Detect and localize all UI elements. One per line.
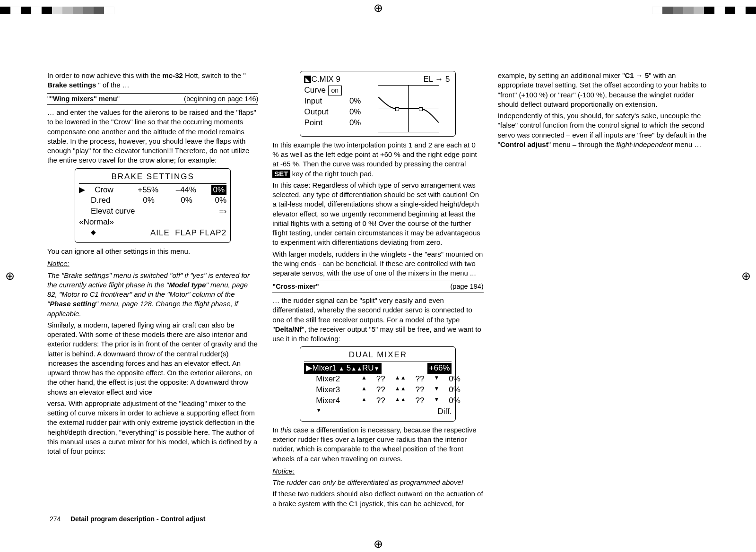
val: 0% (349, 107, 361, 118)
mc32-label: mc-32 (162, 71, 182, 79)
lcd-row-mixer3: Mixer3 ▲??▲▲??▼0% (304, 385, 452, 396)
text: In this example the two interpolation po… (272, 141, 477, 168)
curve-point-marker (419, 107, 423, 111)
set-key-label: SET (272, 170, 290, 178)
text: ", the receiver output "5" may still be … (272, 325, 481, 343)
lcd-curve-row: Curve on (304, 85, 378, 96)
text: Hott, switch to the " (185, 71, 246, 79)
val: 0% (126, 195, 155, 206)
from: ?? (376, 374, 385, 385)
lcd-row-mixer1: ▶Mixer1 ▲ 5▲▲RU▼+66% (304, 363, 452, 374)
footer-title: Detail program description - Control adj… (70, 515, 205, 523)
curve-toggle: on (328, 86, 342, 95)
page-number: 274 (50, 515, 69, 524)
label: Mixer4 (316, 396, 340, 406)
lcd-row-mixer2: Mixer2 ▲??▲▲??▼0% (304, 374, 452, 385)
lcd-row-diff: ▼Diff. (304, 406, 452, 417)
lcd-title: DUAL MIXER (304, 350, 452, 361)
from: ?? (376, 396, 385, 406)
register-mark-icon: ⊕ (741, 271, 751, 281)
curve-mixer-lcd: ◣C.MIX 9 Curve on Input0% Output0% Point… (300, 71, 456, 137)
notice-heading: Notice: (272, 466, 483, 476)
label: Input (304, 96, 322, 107)
cross-mixer-header: "Cross-mixer" (page 194) (272, 281, 483, 293)
wing-mixers-header: ""Wing mixers" menu" (beginning on page … (47, 93, 258, 105)
row-label: Elevat curve (91, 206, 135, 217)
notice-body: The "Brake settings" menu is switched "o… (47, 271, 258, 319)
val: +66% (427, 363, 452, 374)
curve-point-marker (395, 107, 399, 111)
after-brake: You can ignore all other settings in thi… (47, 247, 258, 256)
header-title: ""Wing mixers" menu" (47, 95, 120, 104)
case2-para: With larger models, rudders in the wingl… (272, 250, 483, 278)
to: ?? (416, 396, 425, 406)
label: Point (304, 118, 322, 129)
versa-para: versa. With appropriate adjustment of th… (47, 399, 258, 457)
curve-icon: ◣ (304, 76, 311, 83)
register-mark-icon: ⊕ (373, 3, 383, 13)
val: –44% (168, 185, 196, 196)
example-para: In this example the two interpolation po… (272, 140, 483, 179)
wing-para: … and enter the values for the ailerons … (47, 108, 258, 165)
from: 5 (347, 363, 351, 372)
diff-label: Diff. (438, 406, 452, 417)
notice-body: The rudder can only be differentiated as… (272, 478, 483, 487)
brake-settings-lcd: BRAKE SETTINGS ▶Crow +55% –44% 0% D.red … (75, 168, 231, 243)
header-page: (beginning on page 146) (184, 95, 258, 104)
val: +55% (130, 185, 158, 196)
lcd-point-row: Point0% (304, 118, 361, 129)
bar-left (0, 7, 114, 14)
to: RU (362, 363, 374, 372)
register-mark-icon: ⊕ (373, 539, 383, 549)
lcd-row-footer: ◆AILE FLAP FLAP2 (79, 228, 226, 239)
this-case-para: In this case a differentiation is necess… (272, 425, 483, 464)
val: 0% (349, 118, 361, 129)
delta-nf-label: Delta/Nf (275, 325, 302, 333)
lcd-title-left: C.MIX 9 (311, 75, 340, 84)
text: menu … (673, 140, 702, 148)
to: ?? (416, 374, 425, 385)
lcd-row-dred: D.red 0% 0% 0% (79, 195, 226, 206)
val: 0% (449, 396, 461, 406)
text: " of the … (98, 81, 130, 89)
curve-line-icon (378, 86, 439, 132)
lcd-input-row: Input0% (304, 96, 361, 107)
lcd-title: BRAKE SETTINGS (79, 172, 226, 182)
page-body: In order to now achieve this with the mc… (47, 71, 709, 509)
header-title: "Cross-mixer" (272, 282, 319, 292)
arrow-icon: =› (219, 206, 227, 217)
lcd-row-elevat: Elevat curve=› (79, 206, 226, 217)
label: Mixer3 (316, 385, 340, 396)
to: ?? (416, 385, 425, 396)
bar-right (652, 7, 756, 14)
val: 0% (349, 96, 361, 107)
curve-graph (378, 85, 439, 132)
model-type-label: Model type (169, 281, 206, 289)
register-mark-icon: ⊕ (5, 271, 15, 281)
lcd-output-row: Output0% (304, 107, 361, 118)
phase-setting-label: Phase setting (50, 300, 96, 308)
page-footer: 274 Detail program description - Control… (50, 515, 205, 524)
val: 0% (449, 374, 461, 385)
text: In (272, 426, 280, 434)
val-selected: 0% (211, 185, 227, 196)
wing-mixers-title: "Wing mixers" menu (50, 95, 117, 103)
this-italic: this (280, 426, 291, 434)
label: Curve (304, 86, 325, 95)
text: key of the right touch pad. (290, 170, 374, 178)
val: 0% (449, 385, 461, 396)
lcd-row-phase: «Normal» (79, 217, 226, 228)
intro-para: In order to now achieve this with the mc… (47, 71, 258, 90)
from: ?? (376, 385, 385, 396)
similarly-para: Similarly, a modern, tapered flying wing… (47, 320, 258, 397)
label: Mixer1 (312, 363, 336, 372)
dual-mixer-lcd: DUAL MIXER ▶Mixer1 ▲ 5▲▲RU▼+66% Mixer2 ▲… (300, 346, 456, 422)
label: Mixer2 (316, 374, 340, 385)
lcd-row-crow: ▶Crow +55% –44% 0% (79, 185, 226, 196)
control-adjust-label: Control adjust (500, 140, 548, 148)
brake-settings-label: Brake settings (47, 81, 96, 89)
row-label: D.red (91, 195, 117, 206)
val: 0% (203, 195, 226, 206)
header-page: (page 194) (451, 282, 484, 292)
lcd-row-mixer4: Mixer4 ▲??▲▲??▼0% (304, 396, 452, 406)
